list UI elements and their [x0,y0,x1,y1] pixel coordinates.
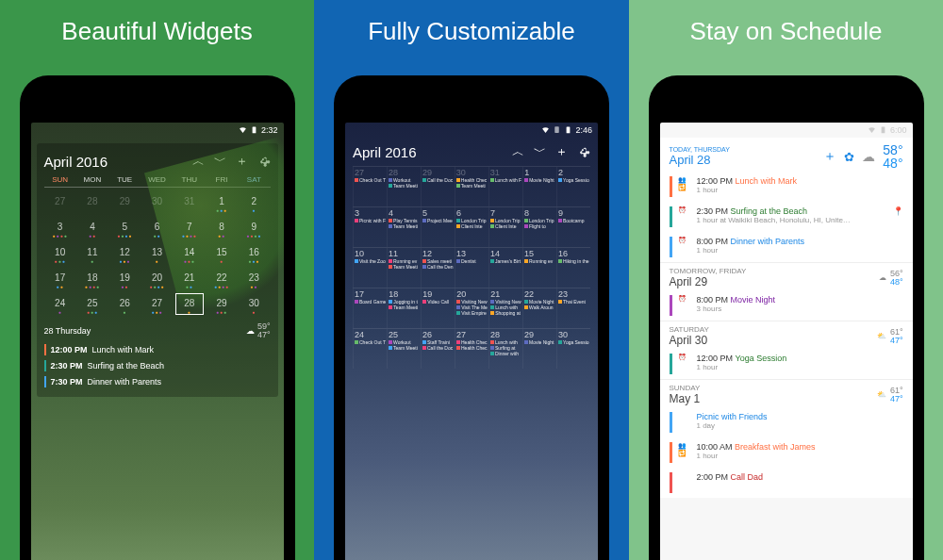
event-chip[interactable]: Project Mee [422,218,454,223]
month-cell[interactable]: 2Yoga Sessio [556,167,590,206]
day-cell[interactable]: 29 [108,189,141,215]
month-cell[interactable]: 28WorkoutTeam Meeti [387,167,421,206]
month-cell[interactable]: 4Play TennisTeam Meeti [387,207,421,247]
month-cell[interactable]: 19Video Call [421,288,455,328]
day-cell[interactable]: 4●● [76,215,108,240]
event-chip[interactable]: Flight to [524,223,555,229]
event-chip[interactable]: Check Out T [355,177,386,183]
event-chip[interactable]: Bootcamp [558,218,589,223]
day-cell[interactable]: 27 [44,189,76,215]
month-cell[interactable]: 1Movie Night [522,167,556,206]
agenda-item[interactable]: 7:30 PM Dinner with Parents [44,376,271,387]
settings-button[interactable]: ✿ [844,150,854,164]
month-cell[interactable]: 27Health ChecHealth Chec [455,329,488,369]
month-cell[interactable]: 26Staff TrainiCall the Doc [421,329,455,369]
schedule-item[interactable]: Picnic with Friends1 day [660,407,913,437]
event-chip[interactable]: Thai Event [558,299,589,305]
month-cell[interactable]: 29Movie Night [522,329,556,369]
month-cell[interactable]: 15Running ev [522,248,556,288]
next-month-button[interactable]: ﹀ [214,153,226,170]
schedule-item[interactable]: ⏰2:30 PM Surfing at the Beach1 hour at W… [660,202,913,232]
day-cell[interactable]: 31 [174,189,206,215]
day-cell[interactable]: 12●●● [108,240,141,266]
day-cell[interactable]: 19●● [108,266,141,291]
day-cell[interactable]: 25●●● [76,291,108,317]
day-cell[interactable]: 22●●●● [206,266,238,291]
day-cell[interactable]: 14●●● [174,240,206,266]
schedule-list[interactable]: TODAY, THURSDAYApril 28＋✿☁58°48°👥🔁12:00 … [660,138,913,498]
event-chip[interactable]: Running ev [524,258,555,264]
month-cell[interactable]: 20Visiting NewVisit The MeVisit Empire [455,288,488,328]
event-chip[interactable]: Call the Doc [422,177,454,183]
event-chip[interactable]: Client Inte [490,223,521,229]
day-cell[interactable]: 23●● [238,266,270,291]
agenda-item[interactable]: 12:00 PM Lunch with Mark [44,344,271,355]
day-cell[interactable]: 28● [174,291,206,317]
add-event-button[interactable]: ＋ [555,143,568,160]
day-cell[interactable]: 21●● [174,266,206,291]
day-cell[interactable]: 9●●●● [238,215,270,240]
month-cell[interactable]: 3Picnic with F [353,207,387,247]
event-chip[interactable]: Video Call [422,299,454,305]
day-cell[interactable]: 10●●● [44,240,76,266]
day-cell[interactable]: 18●●●● [76,266,108,291]
event-chip[interactable]: Board Game [355,299,386,305]
day-cell[interactable]: 13● [141,240,173,266]
event-chip[interactable]: Dentist [456,258,488,264]
event-chip[interactable]: Call the Doc [422,345,454,351]
event-chip[interactable]: Hiking in the [558,258,589,264]
day-cell[interactable]: 2● [238,189,270,215]
month-cell[interactable]: 12Sales meetiCall the Den [421,248,455,288]
event-chip[interactable]: Walk Aroun [524,305,555,310]
day-cell[interactable]: 7●●●● [174,215,206,240]
month-cell[interactable]: 30Yoga Sessio [556,329,590,369]
day-cell[interactable]: 26● [108,291,141,317]
settings-button[interactable] [257,154,271,170]
month-grid[interactable]: 27Check Out T28WorkoutTeam Meeti29Call t… [353,166,590,369]
month-cell[interactable]: 24Check Out T [353,329,387,369]
event-chip[interactable]: Movie Night [524,339,555,345]
settings-button[interactable] [577,144,590,160]
prev-month-button[interactable]: ︿ [512,143,524,160]
schedule-item[interactable]: ⏰8:00 PM Movie Night3 hours [660,290,913,321]
event-chip[interactable]: Yoga Sessio [558,339,589,345]
day-cell[interactable]: 24● [44,291,76,317]
day-cell[interactable]: 15● [206,240,238,266]
add-event-button[interactable]: ＋ [823,148,836,165]
day-cell[interactable]: 17●● [44,266,76,291]
month-cell[interactable]: 14James's Birt [488,248,522,288]
event-chip[interactable]: Shopping at [490,310,521,316]
event-chip[interactable]: James's Birt [490,258,521,264]
month-cell[interactable]: 28Lunch withSurfing atDinner with [488,329,522,369]
day-cell[interactable]: 29●●● [206,291,238,317]
schedule-item[interactable]: 👥🔁10:00 AM Breakfast with James1 hour [660,437,913,468]
month-cell[interactable]: 22Movie NightWalk Aroun [522,288,556,328]
event-chip[interactable]: Team Meeti [389,345,420,351]
schedule-item[interactable]: ⏰12:00 PM Yoga Session1 hour [660,349,913,379]
month-cell[interactable]: 23Thai Event [556,288,590,328]
event-chip[interactable]: Visit the Zoo [355,258,386,264]
event-chip[interactable]: Health Chec [456,345,488,351]
day-cell[interactable]: 27●●● [141,291,173,317]
month-cell[interactable]: 13Dentist [455,248,488,288]
month-cell[interactable]: 16Hiking in the [556,248,590,288]
schedule-item[interactable]: ⏰8:00 PM Dinner with Parents1 hour [660,232,913,262]
day-cell[interactable]: 3●●●● [44,215,76,240]
month-cell[interactable]: 6London TripClient Inte [455,207,488,247]
event-chip[interactable]: Client Inte [456,223,488,229]
month-cell[interactable]: 10Visit the Zoo [353,248,387,288]
month-cell[interactable]: 5Project Mee [421,207,455,247]
day-cell[interactable]: 20●●●● [141,266,173,291]
event-chip[interactable]: Yoga Sessio [558,177,589,183]
month-cell[interactable]: 8London TripFlight to [522,207,556,247]
next-month-button[interactable]: ﹀ [534,143,546,160]
event-chip[interactable]: Team Meeti [456,183,488,189]
event-chip[interactable]: Dinner with [490,351,521,356]
day-cell[interactable]: 30 [141,189,173,215]
event-chip[interactable]: Team Meeti [389,264,420,270]
prev-month-button[interactable]: ︿ [192,153,205,170]
month-cell[interactable]: 31Lunch with F [488,167,522,206]
event-chip[interactable]: Check Out T [355,339,386,345]
event-chip[interactable]: Team Meeti [389,223,420,229]
event-chip[interactable]: Call the Den [422,264,454,270]
